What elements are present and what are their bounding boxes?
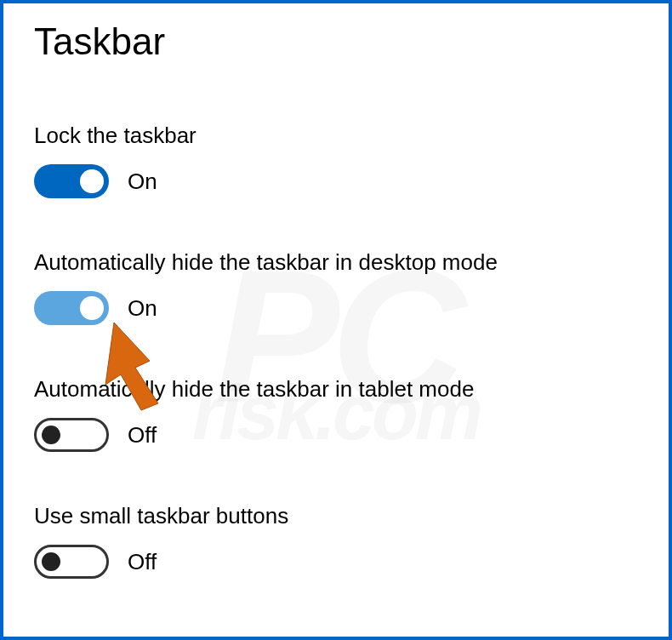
toggle-state-text: On — [128, 169, 157, 195]
toggle-small-buttons[interactable] — [34, 545, 109, 579]
setting-label: Automatically hide the taskbar in deskto… — [34, 249, 638, 276]
toggle-knob — [80, 296, 104, 320]
toggle-knob — [42, 426, 60, 444]
toggle-autohide-tablet[interactable] — [34, 418, 109, 452]
page-title: Taskbar — [34, 20, 638, 63]
setting-autohide-desktop: Automatically hide the taskbar in deskto… — [34, 249, 638, 325]
toggle-knob — [42, 552, 60, 571]
toggle-state-text: Off — [128, 422, 157, 449]
setting-label: Lock the taskbar — [34, 123, 638, 149]
toggle-state-text: On — [128, 295, 157, 322]
toggle-autohide-desktop[interactable] — [34, 291, 109, 325]
setting-autohide-tablet: Automatically hide the taskbar in tablet… — [34, 376, 638, 452]
toggle-lock-taskbar[interactable] — [34, 164, 109, 198]
setting-lock-taskbar: Lock the taskbar On — [34, 123, 638, 198]
setting-label: Use small taskbar buttons — [34, 503, 638, 529]
setting-small-buttons: Use small taskbar buttons Off — [34, 503, 638, 579]
setting-label: Automatically hide the taskbar in tablet… — [34, 376, 638, 403]
toggle-knob — [80, 169, 104, 193]
toggle-state-text: Off — [128, 549, 157, 575]
